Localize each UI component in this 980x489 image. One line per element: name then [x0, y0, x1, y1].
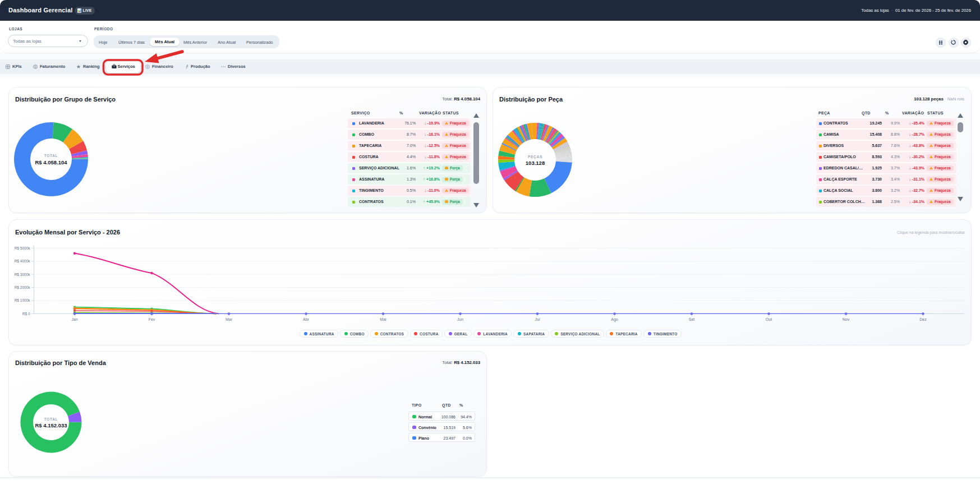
svg-text:Mai: Mai [380, 317, 387, 321]
svg-text:R$ 4000k: R$ 4000k [15, 259, 31, 263]
svg-text:Ago: Ago [611, 317, 618, 322]
svg-text:Mar: Mar [226, 317, 233, 321]
svg-text:Jun: Jun [457, 317, 463, 321]
svg-text:R$ 0: R$ 0 [22, 311, 30, 315]
svg-text:R$ 5000k: R$ 5000k [15, 246, 31, 250]
svg-text:Abr: Abr [303, 317, 310, 321]
svg-text:$: $ [35, 65, 36, 68]
svg-text:Nov: Nov [843, 317, 850, 321]
svg-text:Fev: Fev [149, 317, 155, 321]
svg-text:Jul: Jul [535, 317, 540, 321]
svg-text:Set: Set [689, 317, 695, 321]
svg-text:R$ 3000k: R$ 3000k [15, 272, 31, 276]
svg-text:R$ 1000k: R$ 1000k [15, 298, 31, 302]
svg-text:Jan: Jan [71, 317, 77, 321]
svg-text:R$ 2000k: R$ 2000k [15, 285, 31, 289]
svg-text:Out: Out [766, 317, 772, 321]
svg-text:Dez: Dez [919, 317, 927, 321]
